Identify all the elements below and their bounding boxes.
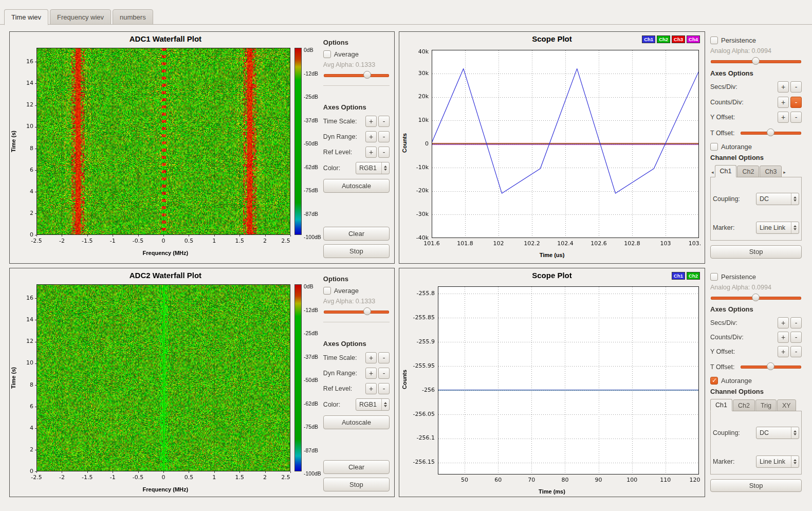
marker-combo[interactable]: Line Link	[756, 222, 799, 234]
spinner-arrows-icon[interactable]	[381, 399, 389, 410]
dyn-range-minus-button[interactable]: -	[378, 368, 390, 379]
colorbar-label: 0dB	[304, 47, 321, 53]
average-checkbox-row[interactable]: Average	[323, 50, 390, 58]
autorange-checkbox[interactable]	[710, 377, 718, 385]
ref-level-minus-button[interactable]: -	[378, 383, 390, 394]
tab-numbers[interactable]: numbers	[113, 9, 153, 25]
analog-alpha-slider[interactable]	[711, 294, 801, 301]
channel-tab-ch1[interactable]: Ch1	[710, 399, 732, 411]
t-offset-slider[interactable]	[741, 129, 801, 137]
counts-div-plus-button[interactable]: +	[778, 97, 789, 108]
stop-button[interactable]: Stop	[323, 244, 390, 258]
counts-div-minus-button[interactable]: -	[790, 332, 802, 343]
y-offset-minus-button[interactable]: -	[790, 112, 802, 123]
ref-level-plus-button[interactable]: +	[365, 147, 377, 158]
time-scale-minus-button[interactable]: -	[378, 352, 390, 363]
spinner-arrows-icon[interactable]	[791, 193, 799, 205]
secs-div-plus-button[interactable]: +	[778, 81, 789, 93]
average-checkbox[interactable]	[323, 287, 331, 295]
color-combo[interactable]: RGB1	[356, 398, 390, 411]
ref-level-row: Ref Level: + -	[323, 146, 390, 158]
time-scale-plus-button[interactable]: +	[365, 352, 377, 363]
channel-tab-ch2[interactable]: Ch2	[733, 399, 755, 411]
channel-tab-ch2[interactable]: Ch2	[737, 166, 759, 177]
dyn-range-plus-button[interactable]: +	[365, 131, 377, 142]
adc1-waterfall-canvas[interactable]	[17, 46, 292, 249]
colorbar-label: -12dB	[304, 70, 321, 77]
persistence-checkbox[interactable]	[710, 36, 718, 44]
slider-handle[interactable]	[363, 307, 371, 315]
stop-button[interactable]: Stop	[323, 478, 390, 491]
persistence-checkbox-row[interactable]: Persistence	[710, 273, 802, 281]
y-offset-plus-button[interactable]: +	[778, 112, 789, 123]
ref-level-minus-button[interactable]: -	[378, 147, 390, 158]
tab-time-view[interactable]: Time wiev	[4, 9, 48, 25]
slider-handle[interactable]	[767, 129, 774, 136]
avg-alpha-slider[interactable]	[324, 307, 389, 316]
channel-tab-trig[interactable]: Trig	[755, 399, 777, 411]
scope1-x-axis-label: Time (us)	[540, 252, 565, 258]
autorange-checkbox[interactable]	[710, 143, 718, 151]
tab-scroll-left-icon[interactable]: ◂	[710, 170, 715, 177]
autorange-checkbox-row[interactable]: Autorange	[710, 377, 802, 385]
stop-button[interactable]: Stop	[710, 479, 802, 492]
t-offset-slider[interactable]	[741, 362, 801, 371]
spinner-arrows-icon[interactable]	[791, 222, 799, 233]
secs-div-minus-button[interactable]: -	[790, 317, 802, 328]
channel-tab-ch1[interactable]: Ch1	[715, 165, 737, 177]
colorbar-label: -87dB	[304, 211, 321, 217]
dyn-range-plus-button[interactable]: +	[365, 368, 377, 379]
average-checkbox-row[interactable]: Average	[323, 287, 390, 295]
slider-handle[interactable]	[767, 362, 774, 370]
time-scale-plus-button[interactable]: +	[365, 116, 377, 127]
analog-alpha-slider[interactable]	[711, 57, 801, 65]
spinner-arrows-icon[interactable]	[791, 456, 799, 467]
slider-handle[interactable]	[752, 294, 760, 301]
clear-button[interactable]: Clear	[323, 227, 390, 241]
tab-frequency-view[interactable]: Frequency wiev	[50, 9, 111, 25]
coupling-combo[interactable]: DC	[756, 427, 799, 439]
ref-level-label: Ref Level:	[323, 385, 364, 392]
coupling-row: Coupling: DC	[713, 427, 799, 439]
persistence-checkbox[interactable]	[710, 273, 718, 281]
tab-scroll-right-icon[interactable]: ▸	[782, 170, 787, 177]
autoscale-button[interactable]: Autoscale	[323, 415, 390, 429]
legend-ch1: Ch1	[672, 272, 685, 280]
time-scale-minus-button[interactable]: -	[378, 116, 390, 127]
axes-options-header: Axes Options	[710, 69, 802, 77]
persistence-checkbox-row[interactable]: Persistence	[710, 36, 802, 44]
slider-handle[interactable]	[752, 57, 760, 65]
slider-handle[interactable]	[363, 71, 371, 79]
colorbar-label: -25dB	[304, 94, 321, 100]
coupling-combo[interactable]: DC	[756, 193, 799, 205]
channel-tab-ch3[interactable]: Ch3	[760, 166, 782, 177]
secs-div-plus-button[interactable]: +	[778, 317, 789, 328]
ref-level-plus-button[interactable]: +	[365, 383, 377, 394]
counts-div-plus-button[interactable]: +	[778, 332, 789, 343]
adc2-plot-area: ADC2 Waterfall Plot Time (s) 0dB -12dB -…	[10, 268, 321, 497]
spinner-arrows-icon[interactable]	[791, 427, 799, 439]
y-offset-minus-button[interactable]: -	[790, 346, 802, 357]
counts-div-minus-button[interactable]: -	[790, 97, 802, 108]
clear-button[interactable]: Clear	[323, 460, 390, 474]
autorange-checkbox-row[interactable]: Autorange	[710, 143, 802, 151]
time-scale-label: Time Scale:	[323, 354, 364, 361]
y-offset-plus-button[interactable]: +	[778, 346, 789, 357]
secs-div-minus-button[interactable]: -	[790, 81, 802, 93]
dyn-range-minus-button[interactable]: -	[378, 131, 390, 142]
avg-alpha-slider[interactable]	[324, 71, 389, 79]
adc2-waterfall-canvas[interactable]	[17, 282, 292, 486]
spinner-arrows-icon[interactable]	[381, 162, 389, 174]
adc1-plot-area: ADC1 Waterfall Plot Time (s) 0dB -12dB -…	[10, 32, 321, 263]
coupling-value: DC	[760, 195, 791, 203]
coupling-label: Coupling:	[713, 429, 753, 436]
stop-button[interactable]: Stop	[710, 245, 802, 259]
color-combo[interactable]: RGB1	[356, 162, 390, 174]
channel-tab-xy[interactable]: XY	[777, 399, 796, 411]
autoscale-button[interactable]: Autoscale	[323, 179, 390, 193]
average-checkbox[interactable]	[323, 50, 331, 58]
scope2-panel: Scope Plot Ch1 Ch2 Counts Time (ms)	[399, 268, 705, 497]
scope2-canvas[interactable]	[408, 282, 703, 488]
marker-combo[interactable]: Line Link	[756, 455, 799, 468]
scope1-canvas[interactable]	[408, 46, 703, 251]
